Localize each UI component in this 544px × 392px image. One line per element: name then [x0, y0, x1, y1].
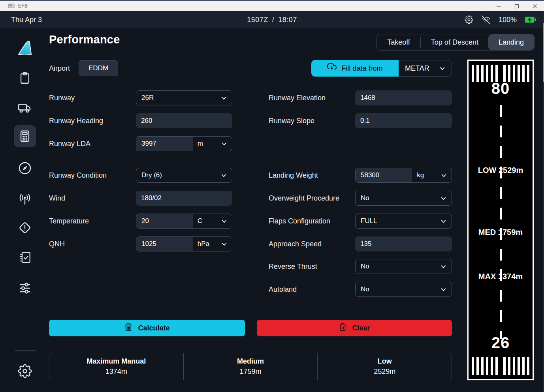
airport-label: Airport [49, 64, 70, 73]
temperature-field: 20 C [136, 214, 232, 229]
chevron-down-icon [440, 218, 446, 224]
airport-code-button[interactable]: EDDM [79, 60, 118, 76]
sidebar-item-checklist[interactable] [14, 246, 36, 268]
tab-landing[interactable]: Landing [488, 34, 534, 50]
qnh-input[interactable]: 1025 [136, 237, 193, 251]
gear-icon[interactable] [465, 15, 473, 24]
overweight-procedure-value: No [361, 194, 369, 202]
runway-slope-input[interactable]: 0.1 [355, 113, 452, 128]
result-low: Low 2529m [317, 353, 452, 380]
flaps-configuration-select[interactable]: FULL [355, 214, 452, 229]
temperature-input[interactable]: 20 [136, 214, 193, 228]
runway-near-end-number: 26 [469, 334, 533, 352]
runway-slope-value: 0.1 [360, 117, 370, 125]
app-logo [14, 37, 36, 59]
fill-data-button[interactable]: Fill data from [311, 60, 399, 77]
runway-lda-input[interactable]: 3997 [136, 137, 193, 151]
approach-speed-label: Approach Speed [269, 240, 355, 248]
sidebar-item-ground-services[interactable] [14, 97, 36, 119]
sidebar-item-options[interactable] [14, 277, 36, 299]
tab-top-of-descent[interactable]: Top of Descent [420, 34, 489, 50]
runway-condition-select[interactable]: Dry (6) [136, 168, 232, 183]
fill-data-label: Fill data from [341, 64, 382, 73]
runway-heading-input[interactable]: 260 [136, 113, 232, 128]
result-label: Maximum Manual [87, 357, 146, 366]
temperature-value: 20 [141, 217, 149, 225]
result-label: Low [378, 357, 392, 366]
runway-select[interactable]: 26R [136, 90, 232, 105]
local-time: 18:07 [278, 16, 297, 24]
wind-input[interactable]: 180/02 [136, 191, 232, 206]
cloud-download-icon [327, 63, 337, 74]
minimize-button[interactable] [489, 1, 508, 12]
runway-slope-label: Runway Slope [269, 117, 355, 125]
performance-tabs: Takeoff Top of Descent Landing [376, 34, 535, 51]
sidebar-item-clipboard[interactable] [14, 67, 36, 89]
runway-lda-field: 3997 m [136, 136, 232, 151]
maximize-button[interactable] [508, 1, 526, 12]
landing-weight-unit-select[interactable]: kg [412, 168, 452, 182]
page-title: Performance [49, 33, 120, 46]
flaps-configuration-label: Flaps Configuration [269, 217, 355, 225]
autoland-value: No [361, 285, 369, 293]
calculator-icon [124, 323, 133, 334]
status-time: 1507Z/18:07 [0, 16, 544, 24]
time-separator: / [272, 16, 275, 24]
clear-label: Clear [352, 324, 370, 332]
efb-window: EFB Thu Apr 3 1507Z/18:07 100% [0, 0, 544, 392]
reverse-thrust-value: No [361, 263, 369, 270]
chevron-down-icon [439, 66, 445, 71]
wifi-off-icon[interactable] [481, 15, 491, 24]
app-icon [8, 3, 15, 9]
fill-source-select[interactable]: METAR [399, 60, 452, 77]
status-bar: Thu Apr 3 1507Z/18:07 100% [0, 11, 544, 28]
chevron-down-icon [441, 173, 447, 178]
sidebar-item-settings[interactable] [14, 360, 36, 382]
autoland-select[interactable]: No [355, 282, 452, 297]
runway-centerline [500, 105, 502, 339]
runway-lda-unit: m [198, 140, 203, 148]
tab-takeoff[interactable]: Takeoff [377, 34, 420, 50]
runway-far-end-number: 80 [469, 80, 533, 98]
utc-time: 1507Z [247, 16, 268, 24]
sidebar-item-navigation[interactable] [14, 157, 36, 179]
overweight-procedure-label: Overweight Procedure [269, 194, 355, 203]
sidebar-item-failures[interactable] [14, 217, 36, 239]
runway-marker-med: MED 1759m [469, 228, 533, 237]
qnh-unit-select[interactable]: hPa [193, 237, 232, 251]
runway-lda-label: Runway LDA [49, 140, 136, 148]
landing-weight-input[interactable]: 58300 [356, 168, 412, 182]
wind-label: Wind [49, 194, 136, 203]
runway-elevation-input[interactable]: 1468 [355, 90, 452, 105]
overweight-procedure-select[interactable]: No [355, 191, 452, 206]
result-value: 1374m [105, 368, 127, 376]
calculate-button[interactable]: Calculate [49, 320, 245, 336]
chevron-down-icon [221, 173, 227, 178]
qnh-field: 1025 hPa [136, 236, 232, 251]
temperature-label: Temperature [49, 217, 136, 225]
battery-percent: 100% [499, 16, 517, 24]
flaps-configuration-value: FULL [361, 217, 377, 225]
runway-elevation-value: 1468 [360, 94, 375, 102]
chevron-down-icon [221, 95, 227, 101]
approach-speed-value: 135 [360, 240, 371, 248]
approach-speed-input[interactable]: 135 [355, 236, 452, 251]
landing-weight-value: 58300 [361, 171, 379, 179]
temperature-unit-select[interactable]: C [193, 214, 232, 228]
runway-heading-label: Runway Heading [49, 117, 136, 125]
fill-source-value: METAR [405, 64, 429, 73]
runway-diagram: 80 LOW 2529m MED 1759m MAX 1374m 26 [467, 60, 534, 380]
close-button[interactable] [526, 1, 544, 12]
sidebar-item-performance[interactable] [14, 125, 36, 147]
landing-weight-unit: kg [417, 171, 424, 179]
runway-condition-label: Runway Condition [49, 171, 136, 180]
sidebar-item-atc[interactable] [14, 189, 36, 211]
reverse-thrust-select[interactable]: No [355, 259, 452, 274]
qnh-label: QNH [49, 240, 136, 248]
chevron-down-icon [221, 241, 227, 247]
sidebar-divider [15, 350, 36, 351]
landing-weight-field: 58300 kg [355, 168, 452, 183]
battery-charging-icon [525, 17, 536, 23]
clear-button[interactable]: Clear [257, 320, 452, 336]
runway-lda-unit-select[interactable]: m [193, 137, 232, 151]
